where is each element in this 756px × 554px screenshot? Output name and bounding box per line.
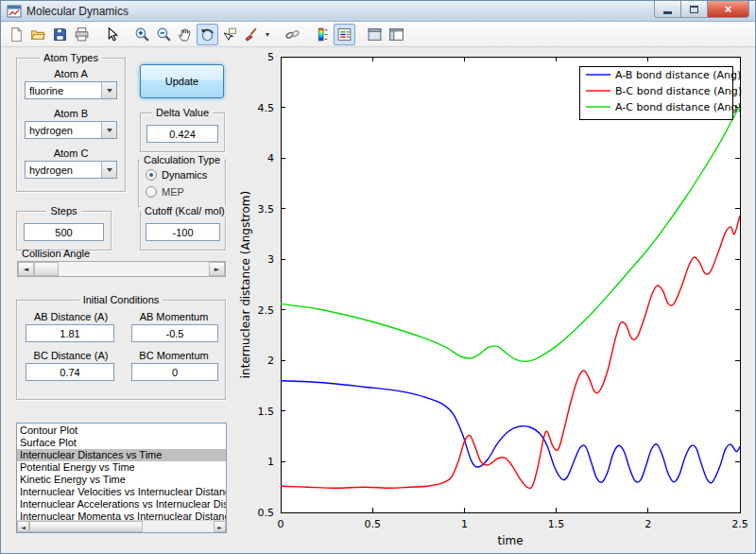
chevron-down-icon [107,168,112,172]
show-plot-tools-button[interactable] [386,24,407,45]
calculation-type-panel: Calculation Type [138,160,226,207]
mep-radio[interactable]: MEP [146,186,184,198]
atom-c-label: Atom C [16,147,126,159]
slider-thumb[interactable] [34,262,59,276]
x-tick-label: 2.5 [731,518,748,530]
y-tick-label: 3 [267,253,274,266]
titlebar[interactable]: Molecular Dynamics × [1,1,755,22]
slider-track[interactable] [59,262,209,276]
link-plot-button[interactable] [282,24,303,45]
maximize-button[interactable] [681,1,708,18]
edit-plot-button[interactable] [101,24,123,45]
bc-momentum-label: BC Momentum [128,350,220,361]
atom-a-label: Atom A [16,68,126,79]
chevron-down-icon: ▾ [266,30,269,39]
collision-angle-label: Collision Angle [22,248,90,259]
ab-distance-label: AB Distance (A) [24,311,118,322]
scrollbar-track[interactable] [143,521,214,532]
plot-list-item[interactable]: Internuclear Distances vs Time [17,449,226,461]
insert-colorbar-button[interactable] [312,24,334,45]
slider-right-arrow[interactable]: ► [209,262,225,276]
plot-list-item[interactable]: Kinetic Energy vs Time [17,474,226,486]
zoom-in-button[interactable] [131,24,153,45]
plot-type-listbox[interactable]: Contour PlotSurface PlotInternuclear Dis… [16,423,227,533]
atom-c-value: hydrogen [26,164,101,176]
minimize-button[interactable] [654,1,681,18]
bc-momentum-field[interactable] [131,363,218,381]
plot-list-item[interactable]: Internuclear Velocities vs Internuclear … [17,486,226,498]
collision-angle-slider[interactable]: ◄ ► [17,261,226,277]
arrow-left-icon: ◄ [21,524,26,530]
link-chain-icon [284,26,301,43]
dynamics-radio[interactable]: Dynamics [146,169,207,181]
update-button[interactable]: Update [140,64,224,98]
hide-plot-tools-icon [367,26,383,43]
plot-list-item[interactable]: Surface Plot [17,437,226,449]
radio-unselected-icon [146,186,157,198]
atom-c-dropdown-button[interactable] [101,162,116,178]
ab-distance-field[interactable] [26,324,114,342]
colorbar-icon [315,26,331,43]
insert-legend-button[interactable] [334,24,355,45]
delta-value-field[interactable] [146,125,218,143]
atom-b-dropdown-button[interactable] [101,122,116,138]
hand-icon [178,26,194,43]
new-figure-button[interactable] [6,24,27,45]
chevron-down-icon [107,129,112,132]
axes-box [281,57,740,512]
brush-dropdown-button[interactable]: ▾ [262,24,273,45]
pan-button[interactable] [175,24,197,45]
print-figure-button[interactable] [71,24,93,45]
bc-distance-field[interactable] [26,363,114,381]
window-title: Molecular Dynamics [26,5,129,18]
new-document-icon [9,26,25,43]
brush-data-button[interactable] [240,24,262,45]
steps-field[interactable] [24,223,104,241]
y-tick-label: 5 [267,51,274,63]
arrow-right-icon: ► [217,524,222,530]
bc-distance-label: BC Distance (A) [24,350,118,361]
rotate-3d-button[interactable] [197,24,218,45]
y-tick-label: 2 [267,355,274,367]
data-cursor-button[interactable] [218,24,240,45]
listbox-horizontal-scrollbar[interactable]: ◄ ► [17,520,226,532]
legend-entry-label: A-B bond distance (Ang) [615,69,741,81]
plot-list-item[interactable]: Internuclear Accelerations vs Internucle… [17,498,226,511]
toolbar-separator [303,24,312,45]
slider-left-arrow[interactable]: ◄ [18,262,34,276]
scrollbar-right-arrow[interactable]: ► [214,521,226,532]
open-file-button[interactable] [27,24,49,45]
scrollbar-left-arrow[interactable]: ◄ [17,521,29,532]
ab-momentum-field[interactable] [131,324,218,342]
y-tick-label: 3.5 [258,203,275,216]
y-tick-label: 4 [267,152,274,164]
atom-b-dropdown[interactable]: hydrogen [25,121,117,139]
plot-list-item[interactable]: Potential Energy vs Time [17,461,226,474]
legend-icon [336,26,352,43]
y-tick-label: 4.5 [258,102,275,114]
save-figure-button[interactable] [49,24,71,45]
calculation-type-title: Calculation Type [140,154,224,165]
atom-c-dropdown[interactable]: hydrogen [25,161,117,179]
chevron-down-icon [107,89,112,93]
toolbar-separator [93,24,101,45]
hide-plot-tools-button[interactable] [364,24,386,45]
brush-icon [243,26,259,43]
cutoff-field[interactable] [146,223,220,241]
close-button[interactable]: × [708,1,749,18]
y-axis-label: internuclear distance (Angstrom) [239,191,252,379]
plot-list-item[interactable]: Contour Plot [17,424,226,437]
atom-a-dropdown[interactable]: fluorine [25,81,117,99]
y-tick-label: 0.5 [258,507,275,519]
delta-value-title: Delta Value [152,107,213,118]
scrollbar-thumb[interactable] [29,521,143,532]
toolbar-separator [273,24,282,45]
zoom-in-icon [134,26,150,43]
zoom-out-button[interactable] [153,24,175,45]
plot-list-item[interactable]: Internuclear Momenta vs Internuclear Dis… [17,511,226,520]
atom-a-dropdown-button[interactable] [101,82,116,98]
plot-type-list: Contour PlotSurface PlotInternuclear Dis… [17,424,226,520]
open-folder-icon [30,26,46,43]
figure-toolbar: ▾ [1,22,755,47]
y-tick-label: 1 [267,456,274,468]
